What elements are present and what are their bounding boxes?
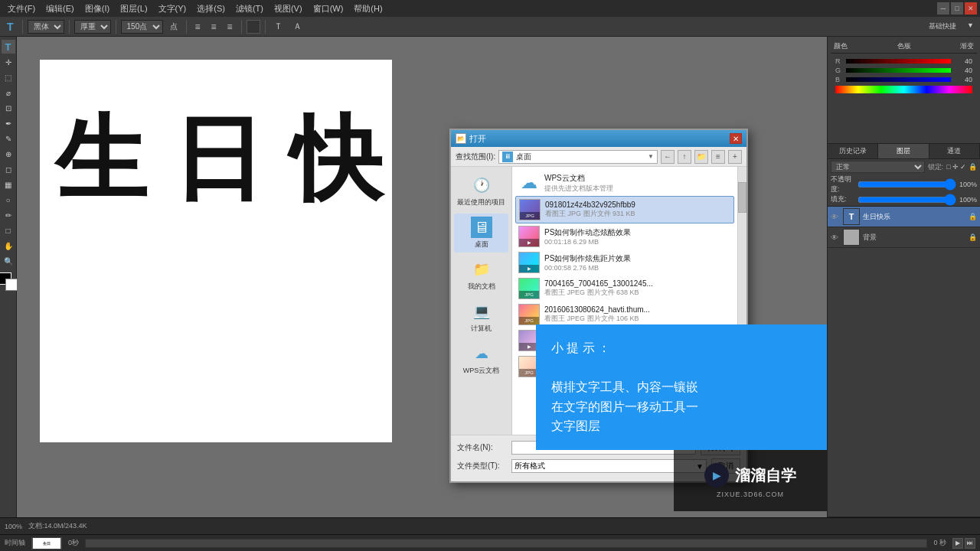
file-item-0[interactable]: JPG 091801z4z4b32v925hfbb9 看图王 JPG 图片文件 …: [515, 196, 734, 223]
watermark: ▶ 溜溜自学 ZIXUE.3D66.COM: [674, 450, 827, 511]
restore-button[interactable]: □: [951, 2, 963, 15]
file-item-6[interactable]: JPG 58808b46d421d 看图王 JPG 图片文件: [515, 354, 734, 380]
dodge-tool-button[interactable]: ○: [2, 193, 15, 207]
layer-bg-name: 背景: [863, 233, 965, 243]
align-center-button[interactable]: ≡: [207, 19, 220, 34]
zoom-level: 100%: [5, 523, 22, 530]
eyedropper-tool-button[interactable]: ✒: [2, 116, 15, 130]
blue-slider-row: B 40: [832, 75, 975, 84]
text-tool-button[interactable]: T: [2, 40, 15, 54]
sidebar-recent[interactable]: 🕐 最近使用的项目: [454, 171, 508, 210]
filename-input[interactable]: [511, 441, 696, 455]
timeline-end-button[interactable]: ⏭: [965, 538, 975, 549]
create-folder-button[interactable]: 📁: [694, 150, 708, 164]
scrollbar-thumb[interactable]: [738, 182, 746, 213]
dialog-close-button[interactable]: ✕: [730, 133, 742, 144]
file-meta-0: 看图王 JPG 图片文件 931 KB: [545, 209, 730, 219]
menu-view[interactable]: 视图(V): [270, 2, 307, 16]
zoom-tool-button[interactable]: 🔍: [2, 254, 15, 268]
workspace-arrow[interactable]: ▼: [964, 20, 977, 33]
foreground-background-colors[interactable]: [0, 272, 18, 291]
marquee-tool-button[interactable]: ⬚: [2, 70, 15, 84]
menu-select[interactable]: 选择(S): [192, 2, 230, 16]
text-color-swatch[interactable]: [247, 20, 260, 34]
move-tool-button[interactable]: ✛: [2, 55, 15, 69]
file-item-1[interactable]: ▶ PS如何制作动态炫酷效果 00:01:18 6.29 MB: [515, 223, 734, 249]
nav-back-button[interactable]: ←: [661, 150, 675, 164]
timeline-label: 时间轴: [5, 538, 25, 548]
menu-filter[interactable]: 滤镜(T): [231, 2, 268, 16]
computer-label: 计算机: [471, 324, 492, 334]
dialog-scrollbar[interactable]: [737, 167, 746, 435]
wps-cloud-file-name: WPS云文档: [544, 173, 731, 184]
timeline-play-button[interactable]: ▶: [952, 538, 963, 549]
location-bar[interactable]: 🖥 桌面 ▼: [498, 150, 658, 164]
green-slider[interactable]: [846, 68, 951, 73]
timeline-track[interactable]: [85, 539, 927, 548]
align-right-button[interactable]: ≡: [224, 19, 237, 34]
color-spectrum[interactable]: [835, 86, 972, 93]
wps-cloud-file-meta: 提供先进文档版本管理: [544, 184, 731, 194]
font-size-dropdown[interactable]: 150点: [121, 20, 163, 34]
stamp-tool-button[interactable]: ⊕: [2, 147, 15, 161]
tab-history[interactable]: 历史记录: [828, 144, 878, 158]
blue-slider[interactable]: [846, 77, 951, 82]
layer-text[interactable]: 👁 T 生日快乐 🔒: [828, 207, 980, 227]
layer-eye-text[interactable]: 👁: [831, 213, 840, 221]
panel-tabs: 历史记录 图层 通道: [828, 144, 980, 159]
menu-image[interactable]: 图像(I): [80, 2, 114, 16]
file-item-3[interactable]: JPG 7004165_7004165_13001245... 看图王 JPEG…: [515, 276, 734, 302]
file-list[interactable]: ☁ WPS云文档 提供先进文档版本管理 JPG: [512, 167, 737, 435]
dialog-titlebar[interactable]: 📂 打开 ✕: [451, 130, 746, 147]
view-toggle-button[interactable]: ≡: [711, 150, 725, 164]
sidebar-documents[interactable]: 📁 我的文档: [454, 256, 508, 295]
sidebar-wps-cloud[interactable]: ☁ WPS云文档: [454, 340, 508, 379]
canvas-main-text[interactable]: 生 日 快: [55, 98, 382, 223]
close-button[interactable]: ✕: [965, 2, 977, 15]
character-panel-button[interactable]: Ａ: [289, 18, 305, 34]
font-family-dropdown[interactable]: 黑体: [28, 20, 64, 34]
watermark-logo-row: ▶ 溜溜自学: [704, 463, 796, 487]
menu-edit[interactable]: 编辑(E): [41, 2, 79, 16]
minimize-button[interactable]: ─: [937, 2, 949, 15]
menu-layer[interactable]: 图层(L): [116, 2, 152, 16]
fill-slider[interactable]: [858, 196, 956, 204]
file-meta-1: 00:01:18 6.29 MB: [544, 238, 731, 246]
warp-text-button[interactable]: Ｔ: [270, 18, 286, 34]
menu-help[interactable]: 帮助(H): [349, 2, 387, 16]
red-value: 40: [954, 57, 972, 65]
hand-tool-button[interactable]: ✋: [2, 239, 15, 253]
gradient-tool-button[interactable]: ▦: [2, 178, 15, 191]
menu-window[interactable]: 窗口(W): [309, 2, 348, 16]
font-weight-dropdown[interactable]: 厚重: [74, 20, 111, 34]
menu-file[interactable]: 文件(F): [3, 2, 40, 16]
add-button[interactable]: +: [728, 150, 742, 164]
filename-label: 文件名(N):: [457, 442, 507, 453]
opacity-slider[interactable]: [858, 181, 956, 188]
red-slider[interactable]: [846, 59, 951, 64]
menubar: 文件(F) 编辑(E) 图像(I) 图层(L) 文字(Y) 选择(S) 滤镜(T…: [0, 0, 980, 17]
pen-tool-button[interactable]: ✏: [2, 208, 15, 222]
tab-channels[interactable]: 通道: [929, 144, 980, 158]
crop-tool-button[interactable]: ⊡: [2, 101, 15, 115]
file-item-2[interactable]: ▶ PS如何制作炫焦距片效果 00:00:58 2.76 MB: [515, 249, 734, 276]
brush-tool-button[interactable]: ✎: [2, 132, 15, 145]
eraser-tool-button[interactable]: ◻: [2, 162, 15, 176]
file-item-4[interactable]: JPG 20160613080624_havti.thum... 看图王 JPE…: [515, 302, 734, 328]
sidebar-desktop[interactable]: 🖥 桌面: [454, 214, 508, 253]
align-left-button[interactable]: ≡: [191, 19, 204, 34]
file-item-5[interactable]: ▶ ps如何制作下雪效果 00:01:16 25.1 MB: [515, 328, 734, 354]
wps-cloud-file-icon: ☁: [518, 172, 540, 194]
blend-mode-dropdown[interactable]: 正常: [831, 161, 925, 173]
nav-up-button[interactable]: ↑: [678, 150, 691, 164]
menu-text[interactable]: 文字(Y): [154, 2, 191, 16]
layer-background[interactable]: 👁 背景 🔒: [828, 227, 980, 248]
shape-tool-button[interactable]: □: [2, 223, 15, 237]
file-item-wps-cloud[interactable]: ☁ WPS云文档 提供先进文档版本管理: [515, 170, 734, 196]
status-bar: 100% 文档:14.0M/243.4K: [0, 517, 980, 534]
layer-eye-bg[interactable]: 👁: [831, 233, 840, 242]
sidebar-computer[interactable]: 💻 计算机: [454, 298, 508, 337]
tab-layers[interactable]: 图层: [878, 144, 929, 158]
lasso-tool-button[interactable]: ⌀: [2, 86, 15, 99]
canvas-document[interactable]: 生 日 快: [40, 60, 392, 442]
